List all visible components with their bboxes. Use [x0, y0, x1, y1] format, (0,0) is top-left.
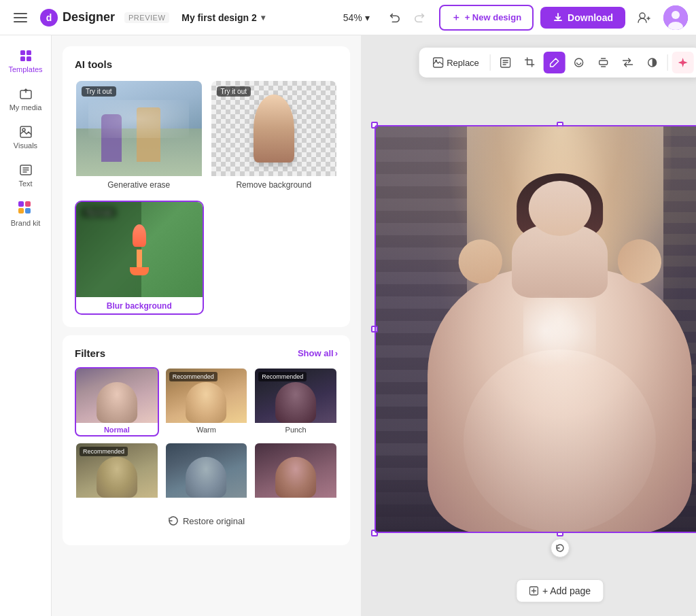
sidebar-label-my-media: My media [10, 103, 42, 112]
filter-normal[interactable]: Normal [75, 367, 159, 437]
ai-tools-grid: Try it out Generative erase Try it out R… [75, 80, 338, 194]
svg-rect-1 [14, 17, 27, 18]
svg-point-7 [672, 11, 680, 19]
crop-icon [525, 57, 536, 68]
hamburger-menu-button[interactable] [8, 5, 33, 30]
filters-toolbar-button[interactable] [495, 52, 517, 73]
rotate-icon [555, 543, 565, 553]
svg-text:d: d [46, 12, 52, 23]
ai-tool-generative-erase[interactable]: Try it out Generative erase [75, 80, 203, 194]
filter-punch-label: Punch [255, 426, 336, 435]
main-area: Templates My media Visuals Text [0, 35, 696, 616]
replace-icon [432, 57, 443, 68]
brand-kit-icon [18, 201, 33, 216]
design-frame[interactable] [375, 125, 696, 533]
restore-icon [168, 515, 179, 526]
recommended-badge-row2-1: Recommended [80, 447, 128, 456]
side-panel: AI tools Try it out Generative erase [52, 35, 361, 616]
avatar[interactable] [663, 5, 688, 30]
add-page-icon [529, 586, 538, 596]
canvas-scroll[interactable] [361, 35, 696, 616]
filter-row2-1[interactable]: Recommended [75, 442, 159, 503]
app-name: Designer [63, 10, 115, 24]
svg-rect-2 [14, 21, 27, 22]
filter-row2-3-label [255, 500, 336, 502]
user-avatar-icon [663, 5, 688, 30]
half-circle-button[interactable] [642, 52, 663, 73]
shape-icon [574, 57, 585, 68]
replace-button[interactable]: Replace [425, 54, 486, 71]
filter-row2-1-label [76, 500, 158, 502]
left-sidebar: Templates My media Visuals Text [0, 35, 52, 616]
svg-rect-14 [20, 126, 31, 137]
media-upload-icon [19, 87, 33, 101]
dress-lady-background [375, 125, 696, 533]
sidebar-item-my-media[interactable]: My media [4, 82, 48, 117]
filter-punch[interactable]: Recommended Punch [254, 367, 338, 437]
grid-icon [19, 49, 33, 63]
plus-icon: ＋ [451, 12, 461, 24]
sidebar-item-templates[interactable]: Templates [4, 44, 48, 79]
adjust-icon [647, 57, 658, 68]
sidebar-item-visuals[interactable]: Visuals [4, 120, 48, 155]
try-it-out-badge-2: Try it out [217, 86, 251, 97]
new-design-button[interactable]: ＋ + New design [439, 5, 534, 31]
recommended-badge-punch: Recommended [258, 372, 307, 381]
filter-warm[interactable]: Recommended Warm [164, 367, 249, 437]
rotate-handle[interactable] [551, 538, 570, 558]
filters-icon [500, 57, 511, 68]
shape-subtract-button[interactable] [568, 52, 590, 73]
ai-tools-card: AI tools Try it out Generative erase [63, 46, 350, 327]
download-button[interactable]: Download [540, 7, 625, 29]
sidebar-label-visuals: Visuals [14, 141, 37, 150]
handle-middle-left[interactable] [371, 326, 378, 332]
toolbar-divider-2 [667, 54, 668, 71]
paint-button[interactable] [544, 52, 566, 73]
filter-normal-label: Normal [76, 426, 158, 435]
swap-icon [623, 57, 633, 68]
sidebar-label-templates: Templates [8, 65, 42, 73]
download-icon [553, 12, 563, 23]
svg-rect-0 [14, 13, 27, 14]
sidebar-item-brand-kit[interactable]: Brand kit [4, 196, 48, 233]
svg-rect-12 [27, 56, 31, 61]
filter-row2-3[interactable] [254, 442, 338, 503]
undo-button[interactable] [382, 5, 406, 30]
ai-tool-blur-background[interactable]: Try it out Blur background [75, 201, 204, 315]
expand-icon [598, 57, 609, 68]
dress-figure [439, 166, 680, 533]
svg-rect-24 [599, 61, 608, 65]
visuals-icon [19, 125, 33, 139]
collaborate-button[interactable] [632, 5, 657, 30]
chevron-right-icon: › [335, 348, 338, 358]
redo-button[interactable] [408, 5, 432, 30]
preview-badge: PREVIEW [124, 12, 169, 23]
logo: d Designer [39, 8, 115, 27]
svg-rect-9 [20, 50, 25, 55]
ai-tools-row2: Try it out Blur background [75, 201, 338, 315]
recommended-badge-warm: Recommended [169, 372, 218, 381]
paint-icon [549, 57, 560, 68]
sidebar-label-brand-kit: Brand kit [11, 219, 40, 227]
design-image[interactable] [375, 125, 696, 533]
chevron-down-icon: ▾ [261, 13, 265, 22]
filters-card: Filters Show all › Normal [63, 335, 350, 545]
svg-rect-10 [27, 50, 31, 55]
zoom-control[interactable]: 54% ▾ [338, 10, 375, 26]
handle-top-left[interactable] [371, 122, 378, 129]
ai-tools-title: AI tools [75, 58, 338, 70]
filters-header: Filters Show all › [75, 347, 338, 359]
ai-active-button[interactable] [672, 52, 694, 73]
ai-tool-remove-background[interactable]: Try it out Remove background [210, 80, 338, 194]
filter-row2-2[interactable] [164, 442, 249, 503]
restore-original-button[interactable]: Restore original [75, 509, 338, 533]
filter-row2-2-label [166, 500, 247, 502]
expand-button[interactable] [593, 52, 614, 73]
add-page-button[interactable]: + Add page [516, 579, 604, 602]
swap-button[interactable] [617, 52, 639, 73]
svg-point-5 [640, 13, 645, 18]
design-title-button[interactable]: My first design 2 ▾ [176, 10, 270, 26]
show-all-button[interactable]: Show all › [298, 348, 338, 358]
sidebar-item-text[interactable]: Text [4, 158, 48, 193]
crop-button[interactable] [519, 52, 541, 73]
